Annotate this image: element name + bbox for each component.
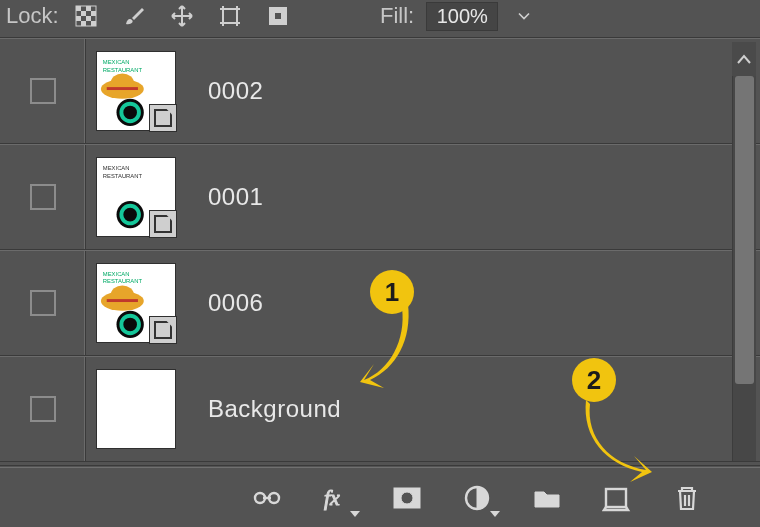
- svg-rect-2: [86, 6, 91, 11]
- svg-rect-4: [91, 11, 96, 16]
- layer-thumbnail[interactable]: MEXICANRESTAURANT: [96, 51, 176, 131]
- visibility-checkbox[interactable]: [30, 290, 56, 316]
- layer-name[interactable]: Background: [186, 395, 760, 423]
- layer-row[interactable]: Background: [0, 356, 760, 462]
- fill-dropdown-icon[interactable]: [510, 1, 538, 31]
- layer-name[interactable]: 0001: [186, 183, 760, 211]
- fill-label: Fill:: [380, 3, 414, 29]
- svg-rect-6: [86, 16, 91, 21]
- svg-rect-1: [76, 6, 81, 11]
- svg-rect-11: [275, 13, 281, 19]
- svg-text:MEXICAN: MEXICAN: [103, 165, 130, 171]
- dropdown-tri-icon: [490, 511, 500, 517]
- visibility-checkbox[interactable]: [30, 78, 56, 104]
- lock-brush-icon[interactable]: [121, 3, 147, 29]
- lock-label: Lock:: [6, 3, 59, 29]
- thumb-column[interactable]: MEXICANRESTAURANT: [86, 39, 186, 143]
- lock-all-icon[interactable]: [265, 3, 291, 29]
- thumb-column[interactable]: MEXICANRESTAURANT: [86, 145, 186, 249]
- thumb-column[interactable]: [86, 357, 186, 461]
- svg-point-29: [111, 285, 134, 305]
- adjustment-layer-icon[interactable]: [460, 481, 494, 515]
- svg-rect-7: [81, 21, 86, 26]
- layer-name[interactable]: 0006: [186, 289, 760, 317]
- top-bar: Lock: Fill: 100%: [0, 0, 760, 32]
- thumb-column[interactable]: MEXICANRESTAURANT: [86, 251, 186, 355]
- layers-panel: Lock: Fill: 100%: [0, 0, 760, 527]
- visibility-checkbox[interactable]: [30, 396, 56, 422]
- layer-row[interactable]: MEXICANRESTAURANT 0001: [0, 144, 760, 250]
- lock-artboard-icon[interactable]: [217, 3, 243, 29]
- new-layer-icon[interactable]: [600, 481, 634, 515]
- svg-rect-5: [76, 16, 81, 21]
- link-layers-icon[interactable]: [250, 481, 284, 515]
- svg-text:fx: fx: [324, 485, 340, 510]
- svg-text:MEXICAN: MEXICAN: [103, 59, 130, 65]
- layer-thumbnail[interactable]: [96, 369, 176, 449]
- bottom-bar: fx: [0, 467, 760, 527]
- scroll-thumb[interactable]: [735, 76, 754, 384]
- svg-text:MEXICAN: MEXICAN: [103, 271, 130, 277]
- visibility-column[interactable]: [0, 357, 86, 461]
- group-icon[interactable]: [530, 481, 564, 515]
- lock-transparent-icon[interactable]: [73, 3, 99, 29]
- scrollbar[interactable]: [732, 42, 756, 461]
- svg-rect-17: [107, 87, 138, 90]
- layer-list[interactable]: MEXICANRESTAURANT 0002 MEXICANRESTAURANT…: [0, 37, 760, 466]
- svg-text:RESTAURANT: RESTAURANT: [103, 67, 143, 73]
- dropdown-tri-icon: [350, 511, 360, 517]
- layer-thumbnail[interactable]: MEXICANRESTAURANT: [96, 157, 176, 237]
- svg-rect-30: [107, 299, 138, 302]
- visibility-checkbox[interactable]: [30, 184, 56, 210]
- svg-point-35: [401, 492, 413, 504]
- svg-rect-8: [91, 21, 96, 26]
- scroll-up-icon[interactable]: [732, 42, 756, 76]
- svg-rect-3: [81, 11, 86, 16]
- scroll-track[interactable]: [732, 76, 756, 461]
- visibility-column[interactable]: [0, 145, 86, 249]
- lock-move-icon[interactable]: [169, 3, 195, 29]
- fill-section: Fill: 100%: [380, 0, 538, 32]
- lock-icons: [73, 3, 291, 29]
- layer-fx-icon[interactable]: fx: [320, 481, 354, 515]
- annotation-badge: 2: [572, 358, 616, 402]
- fill-input[interactable]: 100%: [426, 2, 498, 31]
- svg-rect-37: [606, 489, 626, 507]
- layer-name[interactable]: 0002: [186, 77, 760, 105]
- layer-thumbnail[interactable]: MEXICANRESTAURANT: [96, 263, 176, 343]
- visibility-column[interactable]: [0, 251, 86, 355]
- annotation-badge: 1: [370, 270, 414, 314]
- svg-rect-9: [223, 9, 237, 23]
- layer-row[interactable]: MEXICANRESTAURANT 0002: [0, 38, 760, 144]
- layer-mask-icon[interactable]: [390, 481, 424, 515]
- svg-text:RESTAURANT: RESTAURANT: [103, 173, 143, 179]
- trash-icon[interactable]: [670, 481, 704, 515]
- visibility-column[interactable]: [0, 39, 86, 143]
- svg-text:RESTAURANT: RESTAURANT: [103, 279, 143, 285]
